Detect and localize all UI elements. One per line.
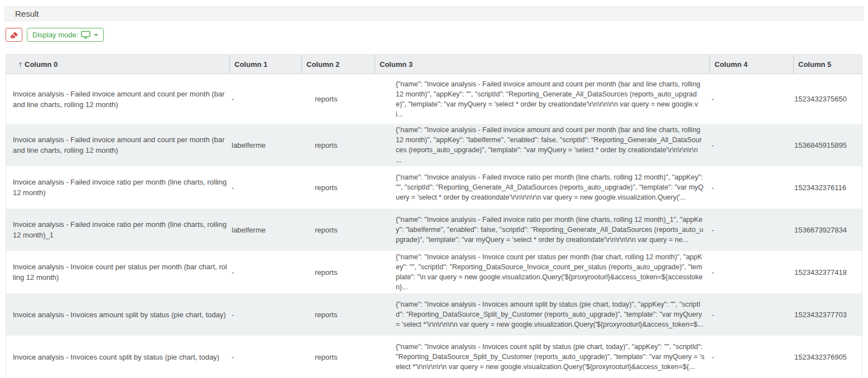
column-header-label: Column 3 xyxy=(380,60,413,69)
table-row[interactable]: Invoice analysis - Invoices amount split… xyxy=(6,293,862,336)
column-header-2[interactable]: Column 2 xyxy=(301,55,375,74)
cell-column-3: {"name": "Invoice analysis - Invoices am… xyxy=(375,293,709,336)
cell-column-5: 1523432376116 xyxy=(793,166,862,209)
column-header-label: Column 0 xyxy=(25,60,57,69)
column-header-3[interactable]: Column 3 xyxy=(375,55,709,74)
cell-column-4: - xyxy=(709,209,793,251)
result-panel-header: Result xyxy=(4,6,864,21)
table-row[interactable]: Invoice analysis - Invoices count split … xyxy=(6,336,862,378)
cell-column-2: reports xyxy=(301,293,375,336)
cell-column-0: Invoice analysis - Failed invoice ratio … xyxy=(6,166,229,209)
cell-column-1: - xyxy=(229,336,301,378)
cell-column-5: 1523432376905 xyxy=(793,336,862,378)
table-row[interactable]: Invoice analysis - Failed invoice amount… xyxy=(6,124,862,166)
cell-column-3: {"name": "Invoice analysis - Failed invo… xyxy=(375,209,709,251)
cell-column-0: Invoice analysis - Invoices count split … xyxy=(6,336,229,378)
cell-column-1: labelferme xyxy=(229,124,301,166)
cell-column-2: reports xyxy=(301,336,375,378)
cell-column-0: Invoice analysis - Invoices amount split… xyxy=(6,293,229,336)
column-header-5[interactable]: Column 5 xyxy=(793,55,862,74)
clear-results-button[interactable] xyxy=(6,28,22,42)
cell-column-1: - xyxy=(229,74,301,124)
cell-column-1: - xyxy=(229,251,301,293)
cell-column-0: Invoice analysis - Failed invoice amount… xyxy=(6,124,229,166)
monitor-icon xyxy=(81,31,90,39)
table-header-row: ↑ Column 0 Column 1 Column 2 Column 3 Co… xyxy=(6,55,862,74)
caret-down-icon xyxy=(94,34,98,36)
cell-column-4: - xyxy=(709,74,793,124)
cell-column-2: reports xyxy=(301,166,375,209)
cell-column-4: - xyxy=(709,251,793,293)
cell-column-2: reports xyxy=(301,124,375,166)
eraser-icon xyxy=(9,31,18,39)
cell-column-0: Invoice analysis - Invoice count per sta… xyxy=(6,251,229,293)
column-header-label: Column 5 xyxy=(798,60,831,69)
cell-column-3: {"name": "Invoice analysis - Failed invo… xyxy=(375,166,709,209)
cell-column-3: {"name": "Invoice analysis - Failed invo… xyxy=(375,124,709,166)
cell-column-5: 1536673927834 xyxy=(793,209,862,251)
cell-column-0: Invoice analysis - Failed invoice ratio … xyxy=(6,209,229,251)
cell-column-4: - xyxy=(709,166,793,209)
cell-column-3: {"name": "Invoice analysis - Failed invo… xyxy=(375,74,709,124)
cell-column-4: - xyxy=(709,293,793,336)
column-header-1[interactable]: Column 1 xyxy=(229,55,301,74)
results-table: ↑ Column 0 Column 1 Column 2 Column 3 Co… xyxy=(6,54,862,378)
cell-column-3: {"name": "Invoice analysis - Invoice cou… xyxy=(375,251,709,293)
cell-column-5: 1536845915895 xyxy=(793,124,862,166)
cell-column-4: - xyxy=(709,124,793,166)
display-mode-button[interactable]: Display mode: xyxy=(27,28,104,42)
table-row[interactable]: Invoice analysis - Invoice count per sta… xyxy=(6,251,862,293)
table-row[interactable]: Invoice analysis - Failed invoice ratio … xyxy=(6,166,862,209)
cell-column-3: {"name": "Invoice analysis - Invoices co… xyxy=(375,336,709,378)
cell-column-5: 1523432377418 xyxy=(793,251,862,293)
table-row[interactable]: Invoice analysis - Failed invoice amount… xyxy=(6,74,862,124)
column-header-label: Column 4 xyxy=(714,60,747,69)
cell-column-1: - xyxy=(229,293,301,336)
sort-ascending-icon: ↑ xyxy=(18,60,22,69)
column-header-0[interactable]: ↑ Column 0 xyxy=(6,55,229,74)
column-header-label: Column 1 xyxy=(234,60,267,69)
table-row[interactable]: Invoice analysis - Failed invoice ratio … xyxy=(6,209,862,251)
cell-column-4: - xyxy=(709,336,793,378)
cell-column-2: reports xyxy=(301,74,375,124)
column-header-4[interactable]: Column 4 xyxy=(709,55,793,74)
cell-column-0: Invoice analysis - Failed invoice amount… xyxy=(6,74,229,124)
cell-column-2: reports xyxy=(301,251,375,293)
cell-column-5: 1523432377703 xyxy=(793,293,862,336)
cell-column-2: reports xyxy=(301,209,375,251)
cell-column-1: - xyxy=(229,166,301,209)
page-title: Result xyxy=(15,9,39,18)
toolbar: Display mode: xyxy=(6,28,868,42)
cell-column-5: 1523432375650 xyxy=(793,74,862,124)
display-mode-label: Display mode: xyxy=(32,31,78,39)
column-header-label: Column 2 xyxy=(306,60,339,69)
cell-column-1: labelferme xyxy=(229,209,301,251)
